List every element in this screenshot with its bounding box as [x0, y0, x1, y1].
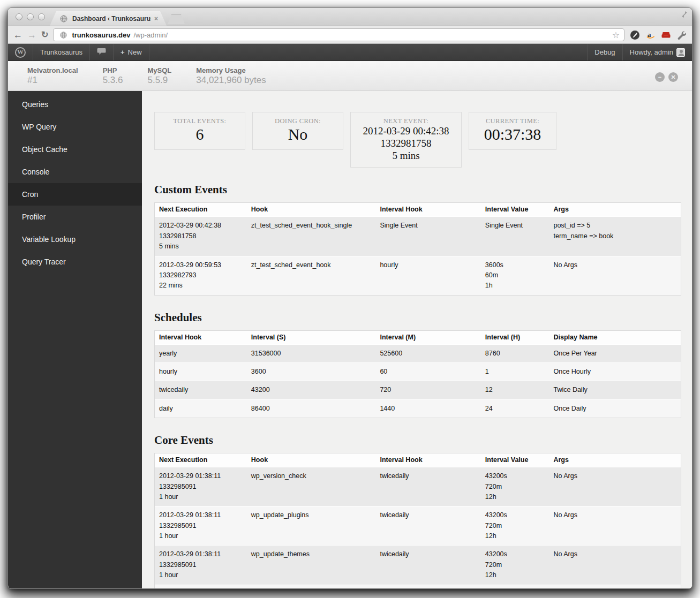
pen-extension-icon[interactable] [629, 29, 640, 40]
sidebar-item-query-tracer[interactable]: Query Tracer [8, 251, 142, 273]
table-cell: 43200s720m12h [481, 545, 550, 584]
table-cell: No Args [549, 545, 681, 584]
table-row: 2012-03-29 01:38:1113329850911 hourwp_ve… [155, 467, 681, 506]
column-header: Hook [247, 203, 376, 216]
table-row: 2012-03-29 01:38:1113329850911 hourwp_up… [155, 506, 681, 545]
collapse-debug-bar-button[interactable]: − [655, 72, 665, 82]
cell-line: Once Hourly [553, 367, 676, 377]
bookmark-star-icon[interactable]: ☆ [612, 30, 620, 40]
comment-bubble-icon [97, 48, 106, 57]
table-cell: wp_version_check [247, 467, 376, 506]
cell-line: 2012-03-29 01:38:11 [159, 549, 243, 559]
table-cell: 2012-03-29 01:38:1113329850911 hour [155, 467, 247, 506]
column-header: Hook [247, 453, 376, 467]
comments-menu[interactable] [90, 44, 114, 60]
cell-line: 2012-03-29 00:59:53 [159, 260, 243, 270]
avatar [676, 48, 685, 57]
cell-line: 3600 [251, 367, 372, 377]
new-content-menu[interactable]: + New [114, 44, 149, 60]
table-cell: 2012-03-29 01:38:1513329850951 hour [155, 585, 247, 588]
debug-stat-value: #1 [27, 75, 78, 86]
cell-line: 1332985091 [159, 560, 243, 570]
amazon-extension-icon[interactable]: a [645, 29, 656, 40]
table-cell: Single Event [375, 216, 480, 255]
cell-line: 43200 [251, 385, 372, 395]
cell-line: 1332981758 [159, 231, 243, 241]
cell-line: 720 [380, 385, 476, 395]
cell-line: 43200s [485, 549, 545, 559]
table-cell: 43200s720m12h [481, 506, 550, 545]
forward-button: → [27, 31, 36, 40]
summary-box-value: No [260, 125, 335, 144]
zoom-window-button[interactable] [38, 13, 45, 20]
table-cell: zt_test_sched_event_hook [247, 256, 376, 295]
column-header: Interval (H) [481, 331, 550, 344]
table-cell: Single Event [481, 216, 550, 255]
debug-stat-label: Melvatron.local [27, 66, 78, 74]
table-cell: 86400s1440m24h [481, 585, 550, 588]
table-cell: yearly [155, 344, 247, 362]
new-label: New [128, 48, 142, 56]
summary-box: NEXT EVENT:2012-03-29 00:42:381332981758… [350, 112, 462, 168]
section-title: Custom Events [154, 183, 681, 196]
url-bar[interactable]: trunkosaurus.dev/wp-admin/ ☆ [53, 28, 624, 41]
sidebar-item-profiler[interactable]: Profiler [8, 206, 142, 228]
site-name-menu[interactable]: Trunkosaurus [33, 44, 90, 60]
close-window-button[interactable] [16, 13, 22, 20]
cell-line: 22 mins [159, 281, 243, 291]
account-menu[interactable]: Howdy, admin [622, 44, 692, 60]
table-header-row: Interval HookInterval (S)Interval (M)Int… [155, 331, 681, 344]
cell-line: 2012-03-29 01:38:11 [159, 471, 243, 481]
table-row: 2012-03-29 00:59:53133298279322 minszt_t… [155, 256, 681, 295]
summary-box: CURRENT TIME:00:37:38 [469, 112, 556, 150]
table-cell: No Args [549, 256, 681, 295]
cell-line: 1332982793 [159, 270, 243, 281]
close-debug-bar-button[interactable]: ✕ [668, 72, 678, 82]
cell-line: Once Per Year [553, 349, 676, 359]
sidebar-item-wp-query[interactable]: WP Query [8, 116, 142, 138]
cell-line: 12h [485, 531, 545, 541]
cell-line: 1332985091 [159, 482, 243, 492]
sidebar-item-console[interactable]: Console [8, 161, 142, 183]
tab-close-icon[interactable]: × [154, 15, 158, 22]
table-cell: twicedaily [375, 545, 480, 584]
table-cell: No Args [549, 506, 681, 545]
cell-line: 60m [485, 270, 545, 281]
cell-line: twicedaily [380, 549, 476, 559]
debug-menu[interactable]: Debug [587, 44, 622, 60]
back-button[interactable]: ← [13, 31, 22, 40]
howdy-label: Howdy, admin [630, 48, 673, 56]
table-cell: post_id => 5term_name => book [549, 216, 681, 255]
cell-line: zt_test_sched_event_hook_single [251, 221, 372, 231]
table-cell: wp_scheduled_delete [247, 585, 376, 588]
column-header: Interval Value [481, 453, 550, 467]
table-cell: No Args [549, 585, 681, 588]
cell-line: wp_update_plugins [251, 510, 372, 520]
plus-icon: + [121, 48, 125, 56]
browser-toolbar: ← → ↻ trunkosaurus.dev/wp-admin/ ☆ a [8, 26, 692, 44]
table-cell: daily [155, 399, 247, 418]
site-globe-icon [58, 29, 69, 40]
section-title: Schedules [154, 311, 681, 324]
wrench-menu-icon[interactable] [676, 29, 687, 40]
sidebar-item-queries[interactable]: Queries [8, 93, 142, 116]
cell-line: daily [159, 404, 243, 414]
sidebar-item-variable-lookup[interactable]: Variable Lookup [8, 228, 142, 251]
minimize-window-button[interactable] [27, 13, 34, 20]
cell-line: zt_test_sched_event_hook [251, 260, 372, 270]
red-chair-extension-icon[interactable] [660, 29, 671, 40]
column-header: Display Name [549, 331, 681, 344]
reload-button[interactable]: ↻ [41, 31, 48, 39]
wp-admin-bar: W Trunkosaurus + New Debug Howdy, admin [8, 44, 692, 61]
browser-tab[interactable]: Dashboard ‹ Trunkosaurus – × [50, 11, 167, 26]
url-path: /wp-admin/ [134, 31, 168, 39]
cell-line: post_id => 5 [553, 221, 676, 231]
table-cell: hourly [155, 362, 247, 381]
new-tab-button[interactable] [168, 14, 185, 24]
sidebar-item-object-cache[interactable]: Object Cache [8, 138, 142, 161]
cell-line: 60 [380, 367, 476, 377]
wp-logo-menu[interactable]: W [8, 44, 33, 60]
sidebar-item-cron[interactable]: Cron [8, 183, 142, 206]
cell-line: wp_update_themes [251, 549, 372, 559]
column-header: Next Execution [155, 203, 247, 216]
